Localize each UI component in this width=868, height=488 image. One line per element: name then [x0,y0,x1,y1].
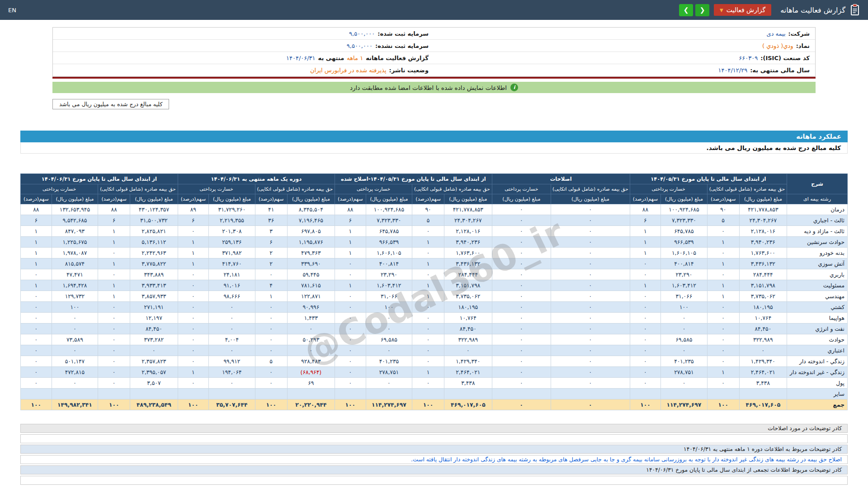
table-cell: ۰ [21,378,52,389]
table-cell: ۲۸۴,۴۴۴ [444,269,492,280]
table-cell: ۱,۶۰۶,۱۰۵ [366,248,412,258]
table-cell: ۱۰۰ [661,302,708,313]
table-cell: ۱ [412,291,444,302]
table-cell [739,389,787,399]
table-cell: ۰ [492,378,551,389]
info-row: شرکت:بیمه دی [434,28,815,40]
period-group-header: از ابتدای سال مالی تا پایان مورخ ۱۴۰۴/۰۵… [335,174,492,184]
table-cell: ۹۹,۹۱۲ [209,356,255,367]
table-cell: ۰ [707,313,739,324]
issued-premium-subheader: حق بیمه صادره (شامل قبولی اتکایی) [98,184,178,194]
info-value: ۹,۵۰۰,۰۰۰ [347,42,373,49]
table-cell: ۱ [412,237,444,248]
table-cell [444,389,492,399]
table-cell: ۰ [412,378,444,389]
desc-header: شرح [787,174,848,194]
table-cell: ۴۶۹,۰۱۷,۶۰۵ [739,399,787,410]
table-cell: ۱ [21,237,52,248]
table-row: زندگي - اندوخته دار۱,۴۲۹,۳۴۰۰۴۰۱,۲۳۵۰۰۰۱… [21,356,848,367]
table-cell: ۰ [551,356,630,367]
table-row: باربري۲۸۴,۴۴۴۰۲۳,۲۹۰۰۰۰۲۸۴,۴۴۴۰۲۳,۲۹۰۰۵۹… [21,269,848,280]
language-toggle-en[interactable]: EN [8,7,16,14]
amount-header: مبلغ (میلیون ریال) [492,194,551,204]
table-cell: ۲۷۸,۷۵۱ [366,367,412,378]
table-cell: ۰ [707,226,739,237]
annotation-row: کادر توضیحات مربوط اطلاعات تجمعی از ابتد… [20,465,848,474]
annotation-row: اصلاح حق بیمه در رشته بیمه های زندگی غیر… [20,455,848,464]
table-cell: ۱۰۰ [707,399,739,410]
table-cell: ۲۰۱,۳۰۸ [209,226,255,237]
table-cell: ۰ [178,280,209,291]
table-cell [335,389,366,399]
table-cell: ۴۲۱,۷۷۸,۸۵۳ [739,204,787,215]
period-group-header: اصلاحات [492,174,630,184]
table-row: بدنه خودرو۱,۷۶۳,۶۰۰۰۱,۶۰۶,۱۰۵۱۰۰۱,۷۶۳,۶۰… [21,248,848,258]
share-header: سهم(درصد) [630,194,661,204]
table-cell: ۰ [551,345,630,356]
table-cell: ۵,۱۳۶,۱۱۲ [130,237,178,248]
info-label: منتهی به [318,55,344,61]
table-cell: ۰ [707,356,739,367]
table-cell [551,389,630,399]
table-cell: ۰ [366,345,412,356]
table-cell: ۰ [492,237,551,248]
table-cell: ۳,۵۰۷ [130,378,178,389]
table-cell: ۰ [255,367,287,378]
previous-report-button[interactable]: ❮ [679,4,693,16]
table-cell [21,389,52,399]
table-cell: ۰ [21,302,52,313]
table-cell: ۷۸۱,۶۱۵ [287,280,335,291]
table-cell: ۰ [551,269,630,280]
table-cell: ۰ [98,367,130,378]
table-cell: ۰ [630,378,661,389]
table-cell: ۸۸ [21,204,52,215]
table-cell: ۱ [21,280,52,291]
table-cell: ۱۰۰ [21,399,52,410]
table-cell: ۱ [335,226,366,237]
table-cell: ۰ [209,302,255,313]
table-cell: ۱۳۲,۶۵۳,۹۴۵ [52,204,98,215]
table-cell: (۶۸,۹۶۴) [287,367,335,378]
info-value: ۹,۵۰۰,۰۰۰ [349,30,375,37]
report-type-dropdown[interactable]: گزارش فعالیت ▼ [714,4,771,16]
next-report-button[interactable]: ❯ [695,4,709,16]
table-cell: ۰ [551,204,630,215]
table-cell: ۳,۱۵۱,۷۹۸ [739,280,787,291]
table-cell: ۱,۷۶۳,۶۰۰ [444,248,492,258]
table-cell: ۵۰,۲۹۳ [287,334,335,345]
performance-table-body: درمان۴۲۱,۷۷۸,۸۵۳۹۰۱۰۰,۹۲۴,۶۸۵۸۸۰۰۴۲۱,۷۷۸… [21,204,848,410]
table-cell: ۱,۶۰۶,۱۰۵ [661,248,708,258]
table-cell: ۰ [178,226,209,237]
table-cell: ۰ [551,215,630,226]
table-cell: ۳,۷۳۵,۰۶۲ [739,291,787,302]
insurance-field-name: سایر [787,389,848,399]
info-row: گزارش فعالیت ماهانه۱ ماههمنتهی به۱۴۰۴/۰۶… [53,52,434,64]
table-cell: ۰ [551,334,630,345]
info-label: سرمایه ثبت شده: [377,30,429,37]
insurance-field-name: نفت و انرژي [787,324,848,334]
table-cell: ۳۲۲,۹۸۹ [739,334,787,345]
info-icon: i [510,84,518,91]
table-cell [178,389,209,399]
info-label: وضعیت ناشر: [389,67,429,74]
table-cell: ۰ [707,324,739,334]
amounts-note-wrap: کلیه مبالغ درج شده به میلیون ریال می باش… [52,99,816,109]
period-group-header: دوره یک ماهه منتهی به ۱۴۰۴/۰۶/۳۱ [178,174,335,184]
table-cell: ۰ [335,302,366,313]
table-cell: ۰ [492,324,551,334]
table-cell: ۰ [551,237,630,248]
table-cell: ۰ [178,269,209,280]
table-cell: ۸۴,۴۵۰ [130,324,178,334]
table-cell: ۰ [707,248,739,258]
table-cell: ۱ [178,367,209,378]
table-cell: ۰ [335,258,366,269]
table-cell: ۱ [707,367,739,378]
table-cell: ۶۴۵,۷۸۵ [661,226,708,237]
table-cell: ۰ [492,204,551,215]
table-cell: ۰ [255,345,287,356]
table-cell: ۶ [255,237,287,248]
info-label: نماد: [796,42,810,49]
table-cell: ۹۱,۰۱۶ [209,280,255,291]
table-cell: ۱ [630,237,661,248]
table-cell: ۴۰۱,۲۳۵ [661,356,708,367]
